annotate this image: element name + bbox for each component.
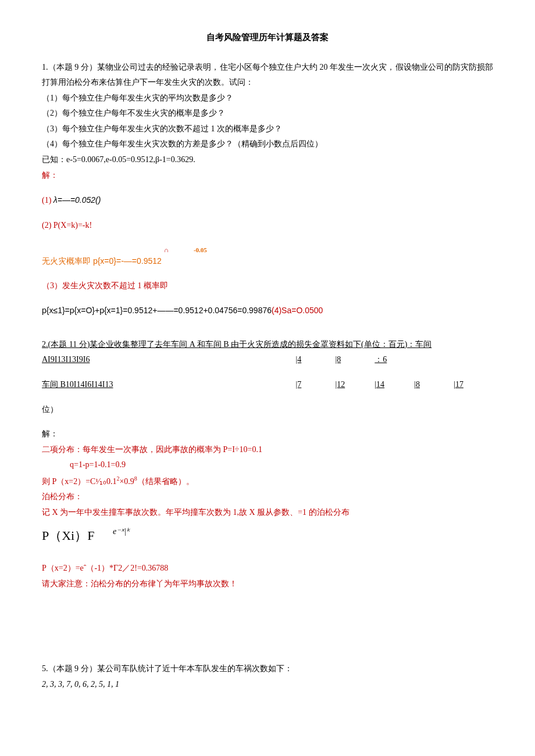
q2-rowB-c1: |7 [296, 377, 336, 393]
q2-rowA-c1: |4 [296, 352, 336, 368]
q2-line2: q=1-p=1-0.1=0.9 [42, 457, 493, 473]
q2-tail: 位） [42, 402, 493, 418]
q1-sol2: (2) P(X=k)=-k! [42, 218, 493, 234]
q1-item1: （1）每个独立住户每年发生火灾的平均次数是多少？ [42, 91, 493, 106]
q2-line5: P（x=2）=eˆ（-1）*Γ2／2!=0.36788 [42, 561, 493, 576]
q2-line4: 记 X 为一年中发生撞车事故次数。年平均撞车次数为 1,故 X 服从参数、=1 … [42, 505, 493, 521]
q2-formula: P（Xi）F e⁻ˣ|ᵏ [42, 524, 493, 548]
q2-poisson-label: 泊松分布： [42, 489, 493, 505]
q2-rowA-c4 [414, 352, 454, 368]
q1-sol1: (1) λ=—=0.052() [42, 192, 493, 209]
q1-sol1-expr: λ=—=0.052() [54, 195, 101, 205]
q5-data: 2, 3, 3, 7, 0, 6, 2, 5, 1, 1 [42, 677, 493, 693]
q2-rowB-c4: |8 [414, 377, 454, 393]
q2-rowA-c2: |8 [335, 352, 374, 368]
q2-line3: 则 P（x=2）=C¹⁄₁₀0.12×0.98（结果省略）。 [42, 473, 493, 489]
q1-given: 已知：e-5=0.0067,e-0.05=0.9512,β-1=0.3629. [42, 152, 493, 168]
q2-formula-sup: e⁻ˣ|ᵏ [97, 527, 130, 536]
q2-formula-main: P（Xi）F [42, 528, 94, 543]
q2-rowB-c2: |12 [335, 377, 374, 393]
q1-sol2b: 无火灾概率即 p{x=0}=-—=0.9512 [42, 253, 493, 269]
q1-sol2b-sup1: ∩ [164, 246, 169, 253]
q5-stem: 5.（本题 9 分）某公司车队统计了近十年本车队发生的车祸次数如下： [42, 661, 493, 677]
q2-rowB: 车间 B10I14I6I14I13 |7 |12 |14 |8 |17 [42, 377, 493, 393]
q1-sol4: p{x≤1}=p{x=O}+p{x=1}=0.9512+——=0.9512+0.… [42, 303, 493, 318]
q2-rowB-label: 车间 B10I14I6I14I13 [42, 377, 296, 393]
q1-sol1-num: (1) [42, 196, 54, 205]
q2-line1: 二项分布：每年发生一次事故，因此事故的概率为 P=I÷10=0.1 [42, 442, 493, 458]
q2-rowA-c5 [454, 352, 493, 368]
q2-rowB-c3: |14 [374, 377, 414, 393]
q1-sol4-a: p{x≤1}=p{x=O}+p{x=1}=0.9512+——=0.9512+0.… [42, 306, 272, 315]
q2-rowA-label: AI9I13I13I9I6 [42, 352, 296, 368]
q2-rowA: AI9I13I13I9I6 |4 |8 ：6 [42, 352, 493, 368]
q2-l3c: ×0.9 [119, 477, 134, 486]
q1-item2: （2）每个独立住户每年不发生火灾的概率是多少？ [42, 106, 493, 121]
q1-item4: （4）每个独立住户每年发生火灾次数的方差是多少？（精确到小数点后四位） [42, 137, 493, 152]
q1-sol2b-sup2: -0.05 [194, 246, 207, 253]
q2-l3e: （结果省略）。 [137, 477, 194, 486]
q1-solution-label: 解： [42, 168, 493, 184]
q2-l3a: 则 P（x=2）=C¹⁄₁₀0.1 [42, 477, 116, 486]
doc-title: 自考风险管理历年计算题及答案 [42, 29, 493, 46]
q2-note: 请大家注意：泊松分布的分布律丫为年平均事故次数！ [42, 576, 493, 592]
q1-sol4-b: (4)Sa=O.0500 [272, 306, 323, 315]
q2-stem-text: 2.(本题 11 分)某企业收集整理了去年车间 A 和车间 B 由于火灾所造成的… [42, 340, 431, 349]
q1-sol3: （3）发生火灾次数不超过 1 概率即 [42, 278, 493, 294]
q2-solution-label: 解： [42, 427, 493, 442]
q2-stem: 2.(本题 11 分)某企业收集整理了去年车间 A 和车间 B 由于火灾所造成的… [42, 337, 493, 353]
q1-stem: 1.（本题 9 分）某物业公司过去的经验记录表明，住宅小区每个独立住户大约 20… [42, 60, 493, 91]
q1-item3: （3）每个独立住户每年发生火灾的次数不超过 1 次的概率是多少？ [42, 121, 493, 137]
q2-rowA-c3: ：6 [374, 352, 414, 368]
q2-rowB-c5: |17 [454, 377, 493, 393]
